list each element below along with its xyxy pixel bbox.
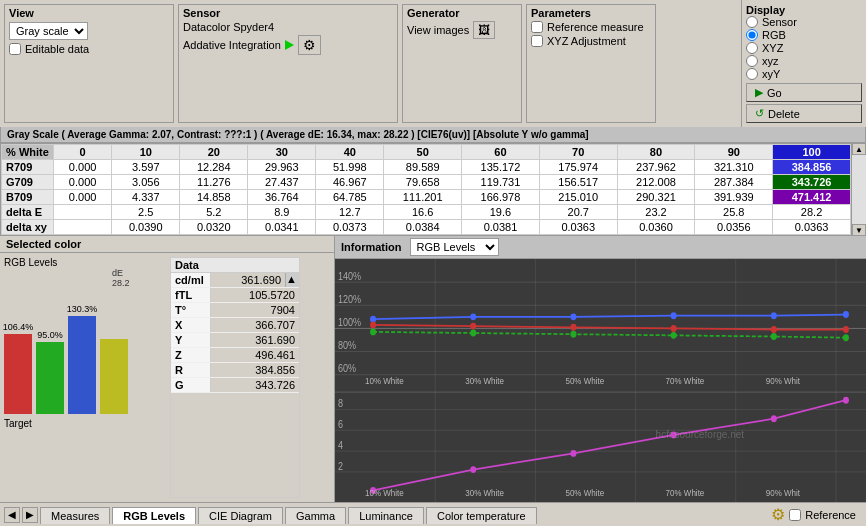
tab-rgb-levels[interactable]: RGB Levels (112, 507, 196, 524)
display-xyz-radio[interactable] (746, 42, 758, 54)
deltaxy-90: 0.0356 (695, 220, 773, 235)
svg-text:2: 2 (338, 460, 343, 472)
r-key: R (171, 363, 211, 377)
editable-data-row: Editable data (9, 43, 169, 55)
data-panel-header: Data (171, 258, 299, 273)
view-dropdown[interactable]: Gray scale (9, 22, 88, 40)
tab-next-btn[interactable]: ▶ (22, 507, 38, 523)
display-label: Display (746, 4, 862, 16)
go-button[interactable]: ▶ Go (746, 83, 862, 102)
svg-text:6: 6 (338, 418, 343, 430)
data-row-y: Y 361.690 (171, 333, 299, 348)
svg-point-17 (470, 313, 476, 320)
b709-90: 391.939 (695, 190, 773, 205)
data-table-container: % White 0 10 20 30 40 50 60 70 80 90 100 (0, 143, 852, 236)
information-dropdown[interactable]: RGB Levels XYZ Levels Gamma CIE Diagram (410, 238, 499, 256)
display-options: Sensor RGB XYZ xyz xyY (746, 16, 862, 80)
x-val: 366.707 (211, 318, 299, 332)
th-percent-white: % White (2, 145, 54, 160)
th-70: 70 (539, 145, 617, 160)
bar-g-fill (36, 342, 64, 414)
sensor-settings-btn[interactable]: ⚙ (298, 35, 321, 55)
svg-point-30 (570, 331, 576, 338)
reference-icon: ⚙ (771, 505, 785, 524)
svg-point-29 (470, 330, 476, 337)
table-scrollbar[interactable]: ▲ ▼ (852, 143, 866, 236)
g709-90: 287.384 (695, 175, 773, 190)
deltaxy-80: 0.0360 (617, 220, 695, 235)
th-90: 90 (695, 145, 773, 160)
rgb-levels-label: RGB Levels (4, 257, 57, 268)
deltaxy-label: delta xy (2, 220, 54, 235)
svg-text:100%: 100% (338, 316, 361, 328)
display-rgb-radio[interactable] (746, 29, 758, 41)
g-key: G (171, 378, 211, 392)
selected-color-header: Selected color (0, 236, 334, 253)
svg-point-28 (370, 328, 376, 335)
r709-0: 0.000 (54, 160, 112, 175)
display-xyy-radio[interactable] (746, 68, 758, 80)
r709-70: 175.974 (539, 160, 617, 175)
table-wrapper: % White 0 10 20 30 40 50 60 70 80 90 100 (0, 143, 866, 236)
g709-100: 343.726 (773, 175, 851, 190)
tab-luminance[interactable]: Luminance (348, 507, 424, 524)
scroll-track (852, 155, 866, 224)
selected-color-body: RGB Levels dE 28.2 106.4% 95.0% (0, 253, 334, 502)
bar-chart-area: RGB Levels dE 28.2 106.4% 95.0% (4, 257, 164, 498)
xyz-adjustment-checkbox[interactable] (531, 35, 543, 47)
bar-y-fill (100, 339, 128, 414)
g709-40: 46.967 (316, 175, 384, 190)
b709-40: 64.785 (316, 190, 384, 205)
additive-arrow-icon[interactable] (285, 40, 294, 50)
display-xyz-row: XYZ (746, 42, 862, 54)
r709-30: 29.963 (248, 160, 316, 175)
th-20: 20 (180, 145, 248, 160)
b709-50: 111.201 (384, 190, 462, 205)
delete-button[interactable]: ↺ Delete (746, 104, 862, 123)
data-row-z: Z 496.461 (171, 348, 299, 363)
display-sensor-radio[interactable] (746, 16, 758, 28)
reference-checkbox[interactable] (789, 509, 801, 521)
data-row-ftl: fTL 105.5720 (171, 288, 299, 303)
selected-color-title: Selected color (6, 238, 81, 250)
editable-data-checkbox[interactable] (9, 43, 21, 55)
r709-60: 135.172 (462, 160, 540, 175)
tab-prev-btn[interactable]: ◀ (4, 507, 20, 523)
tab-gamma[interactable]: Gamma (285, 507, 346, 524)
deltae-90: 25.8 (695, 205, 773, 220)
xyz-adj-row: XYZ Adjustment (531, 35, 651, 47)
scroll-down-btn[interactable]: ▼ (852, 224, 866, 236)
view-row: Gray scale (9, 22, 169, 40)
generator-icon-btn[interactable]: 🖼 (473, 21, 495, 39)
sensor-section: Sensor Datacolor Spyder4 Addative Integr… (178, 4, 398, 123)
svg-text:70% White: 70% White (666, 375, 705, 386)
deltae-70: 20.7 (539, 205, 617, 220)
z-val: 496.461 (211, 348, 299, 362)
tab-color-temperature[interactable]: Color temperature (426, 507, 537, 524)
display-rgb-row: RGB (746, 29, 862, 41)
svg-text:8: 8 (338, 397, 343, 409)
bottom-tabs: ◀ ▶ Measures RGB Levels CIE Diagram Gamm… (0, 502, 866, 526)
deltaxy-10: 0.0390 (112, 220, 180, 235)
reference-row: ⚙ Reference (771, 505, 862, 524)
data-scroll-up[interactable]: ▲ (285, 273, 299, 287)
scroll-up-btn[interactable]: ▲ (852, 143, 866, 155)
svg-text:120%: 120% (338, 293, 361, 305)
tab-cie-diagram[interactable]: CIE Diagram (198, 507, 283, 524)
cdml-key: cd/ml (171, 273, 211, 287)
reference-measure-checkbox[interactable] (531, 21, 543, 33)
bar-g: 95.0% (36, 330, 64, 414)
svg-point-19 (671, 312, 677, 319)
bars-container: 106.4% 95.0% 130.3% (4, 284, 128, 414)
svg-point-55 (570, 450, 576, 457)
cdml-val: 361.690 (211, 273, 285, 287)
svg-point-22 (370, 321, 376, 328)
view-label: View (9, 7, 169, 19)
th-10: 10 (112, 145, 180, 160)
data-row-g: G 343.726 (171, 378, 299, 393)
b709-80: 290.321 (617, 190, 695, 205)
svg-text:30% White: 30% White (465, 375, 504, 386)
tab-measures[interactable]: Measures (40, 507, 110, 524)
display-xyz2-radio[interactable] (746, 55, 758, 67)
deltaxy-0 (54, 220, 112, 235)
